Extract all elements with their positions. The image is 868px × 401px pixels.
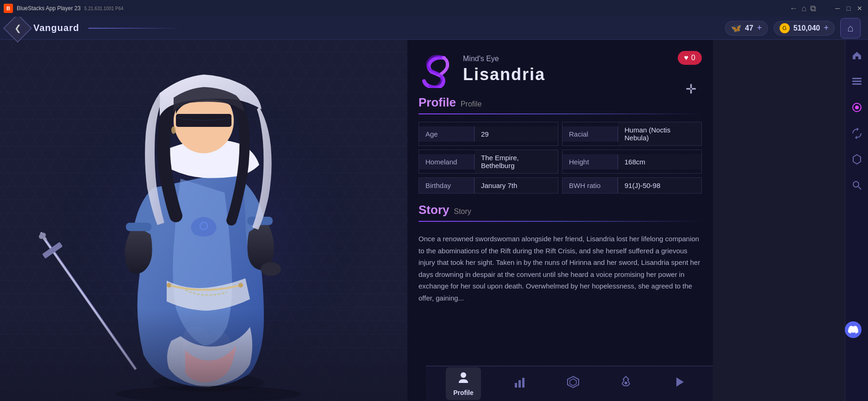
stat-row-birthday: Birthday January 7th (418, 177, 558, 194)
heart-icon: ♥ (684, 54, 689, 62)
racial-label: Racial (562, 126, 618, 142)
svg-point-36 (853, 182, 859, 187)
tab-equipment-icon (619, 376, 632, 392)
butterfly-icon: 🦋 (731, 23, 741, 33)
back-button[interactable]: ❮ (3, 13, 32, 42)
profile-section-header: Profile Profile (418, 95, 702, 110)
character-subtitle: Mind's Eye (463, 55, 545, 63)
svg-rect-23 (515, 383, 517, 388)
stats-grid: Age 29 Racial Human (Noctis Nebula) Home… (418, 122, 702, 194)
title-bar: B BlueStacks App Player 23 5.21.631.1001… (0, 0, 868, 17)
svg-line-37 (858, 187, 861, 189)
sidebar-search-icon[interactable] (849, 177, 865, 194)
svg-rect-24 (518, 380, 521, 388)
bwh-value: 91(J)-50-98 (618, 178, 701, 193)
discord-button[interactable] (845, 321, 862, 338)
svg-point-22 (461, 372, 466, 378)
birthday-label: Birthday (419, 178, 475, 193)
svg-marker-35 (853, 155, 861, 164)
bwh-label: BWH ratio (562, 178, 618, 193)
gold-amount: 510,040 (793, 24, 820, 32)
stat-row-height: Height 168cm (562, 150, 702, 174)
gold-currency: G 510,040 + (774, 21, 835, 36)
stat-row-homeland: Homeland The Empire, Bethelburg (418, 150, 558, 174)
height-value: 168cm (618, 154, 701, 169)
close-button[interactable]: ✕ (855, 4, 864, 13)
birthday-value: January 7th (475, 178, 558, 193)
titlebar-home-icon[interactable]: ⌂ (801, 4, 806, 13)
homeland-label: Homeland (419, 154, 475, 169)
nav-underline (88, 28, 181, 29)
svg-text:B: B (6, 6, 10, 11)
maximize-button[interactable]: □ (844, 4, 853, 13)
age-value: 29 (475, 126, 558, 142)
app-title: BlueStacks App Player 23 (17, 5, 81, 12)
character-name-block: Mind's Eye Lisandria (463, 55, 545, 84)
svg-rect-11 (126, 223, 151, 231)
minimize-button[interactable]: ─ (833, 4, 842, 13)
tab-equipment[interactable] (612, 372, 640, 395)
gold-plus-button[interactable]: + (824, 23, 829, 33)
svg-point-28 (624, 382, 627, 384)
main-content: ♥ 0 ✛ Mind's Eye Lisandria (0, 40, 713, 401)
homeland-value: The Empire, Bethelburg (475, 150, 558, 173)
stat-row-racial: Racial Human (Noctis Nebula) (562, 122, 702, 146)
nav-title: Vanguard (33, 23, 79, 33)
window-controls: ─ □ ✕ (833, 4, 864, 13)
app-icon: B (4, 4, 13, 13)
sidebar-record-icon[interactable] (849, 99, 865, 116)
tab-profile[interactable]: Profile (446, 367, 481, 400)
character-svg (23, 49, 393, 401)
profile-title-sub: Profile (461, 100, 481, 108)
svg-rect-31 (852, 81, 862, 82)
story-title-sub: Story (454, 207, 471, 216)
story-title-main: Story (418, 203, 449, 217)
titlebar-back-icon[interactable]: ← (789, 4, 798, 13)
svg-rect-25 (522, 378, 525, 388)
sidebar-refresh-icon[interactable] (849, 125, 865, 142)
tab-action[interactable] (665, 372, 693, 395)
character-header: Mind's Eye Lisandria (418, 51, 702, 88)
svg-marker-29 (676, 377, 684, 387)
home-button[interactable]: ⌂ (840, 18, 861, 38)
svg-point-17 (171, 126, 176, 134)
right-sidebar (845, 40, 868, 401)
back-icon: ❮ (14, 23, 21, 33)
nav-bar: ❮ Vanguard 🦋 47 + G 510,040 + ⌂ (0, 17, 868, 40)
profile-divider (418, 113, 702, 114)
character-name: Lisandria (463, 65, 545, 84)
story-text: Once a renowned swordswoman alongside he… (418, 229, 702, 307)
tab-action-icon (673, 376, 686, 392)
right-panel: ♥ 0 ✛ Mind's Eye Lisandria (407, 40, 713, 401)
heart-button[interactable]: ♥ 0 (678, 51, 702, 65)
racial-value: Human (Noctis Nebula) (618, 122, 701, 145)
svg-rect-32 (852, 83, 862, 85)
svg-rect-30 (852, 78, 862, 79)
character-logo (418, 51, 456, 88)
butterfly-currency: 🦋 47 + (725, 21, 768, 36)
story-section-header: Story Story (418, 203, 702, 217)
sidebar-home-icon[interactable] (849, 47, 865, 64)
butterfly-count: 47 (745, 24, 753, 32)
home-icon: ⌂ (847, 22, 853, 34)
butterfly-plus-button[interactable]: + (757, 23, 762, 33)
move-icon[interactable]: ✛ (686, 81, 696, 97)
tab-stats-icon (513, 376, 526, 392)
titlebar-page-icon[interactable]: ⧉ (810, 4, 816, 13)
svg-point-20 (238, 283, 243, 288)
sidebar-hex-icon[interactable] (849, 151, 865, 168)
heart-count: 0 (691, 54, 695, 62)
gold-icon: G (780, 23, 790, 33)
tab-profile-icon (457, 371, 470, 387)
tab-skills[interactable] (559, 372, 587, 395)
stat-row-age: Age 29 (418, 122, 558, 146)
svg-marker-27 (570, 379, 576, 386)
svg-point-21 (116, 386, 301, 401)
character-illustration (0, 40, 426, 401)
svg-point-13 (261, 262, 281, 276)
age-label: Age (419, 126, 475, 142)
sidebar-settings-icon[interactable] (849, 73, 865, 90)
bottom-tab-bar: Profile (426, 366, 713, 401)
tab-stats[interactable] (506, 372, 534, 395)
tab-skills-icon (567, 376, 580, 392)
